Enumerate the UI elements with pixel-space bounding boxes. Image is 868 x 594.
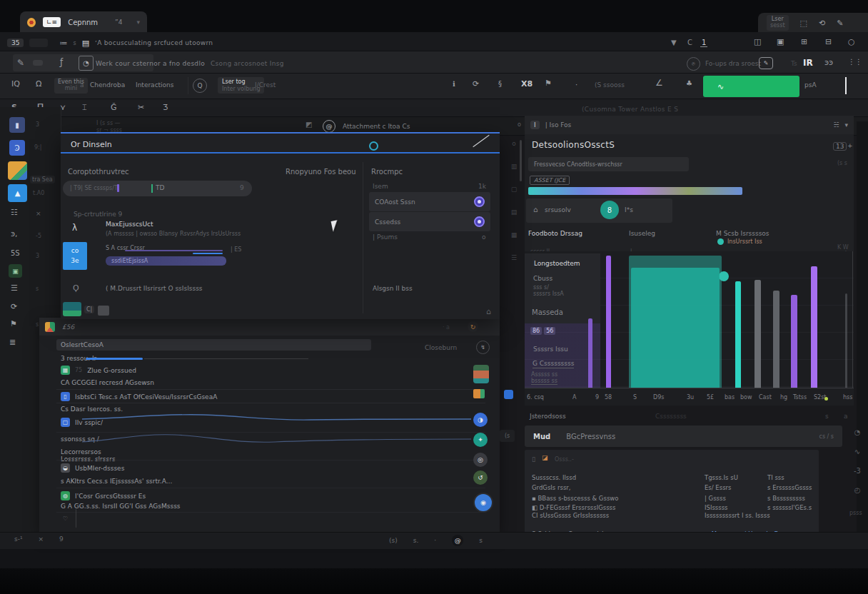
list-item[interactable]: ♡ <box>61 514 450 523</box>
side-strip-icon[interactable]: ▢ <box>508 186 520 193</box>
modal-scrollbar[interactable] <box>520 140 522 181</box>
thumb-c-chip[interactable]: C| <box>84 306 94 313</box>
br-tab-mud[interactable]: Mud <box>533 433 550 441</box>
footer-icon[interactable]: s <box>479 537 483 544</box>
edge-tool-icon[interactable]: ◔ <box>848 428 867 436</box>
menu-item-a[interactable]: Chendroba <box>90 81 125 89</box>
list-item[interactable]: OslesrtCesoA <box>56 339 371 351</box>
row-badge-icon[interactable]: ◑ <box>473 413 488 427</box>
dark-square-icon[interactable]: ◩ <box>306 121 312 129</box>
rp-title-badge[interactable]: 13 <box>833 142 847 151</box>
stat-icon[interactable]: § <box>498 81 502 88</box>
menu-item-b[interactable]: Interactions <box>136 81 174 89</box>
toggle-row[interactable]: Cssedss <box>369 212 490 231</box>
side-strip-icon[interactable]: o <box>508 140 520 147</box>
rp-col-header-3[interactable]: M Scsb Isrssssos <box>716 230 769 237</box>
rp-asset-chip[interactable]: ASSET (JCE <box>530 176 570 185</box>
input-value[interactable]: TD <box>156 184 164 191</box>
edge-tool-icon[interactable]: ◴ <box>848 486 867 494</box>
row-badge-icon[interactable]: ✦ <box>473 433 488 447</box>
three-icon[interactable]: Ʒ <box>163 104 168 111</box>
rp-col-header-2[interactable]: Isuseleg <box>629 230 655 237</box>
br-tab-processes[interactable]: BGcPressvnss <box>566 433 615 441</box>
footer-icon[interactable]: s-¹ <box>14 535 23 543</box>
progress-bar[interactable]: ssdiEtEjsissA <box>106 256 226 266</box>
rp-plus-icon[interactable]: + <box>847 142 853 149</box>
paw-icon[interactable]: ♣ <box>686 80 692 87</box>
toggle-row[interactable]: COAost Sssn <box>369 192 490 211</box>
grid-icon[interactable]: ⬚ <box>800 19 807 27</box>
rotate-icon[interactable]: ⟲ <box>819 19 825 27</box>
side-strip-icon[interactable]: ▥ <box>508 163 520 170</box>
list-item[interactable]: Lecorresrsos <box>61 448 450 455</box>
window-tab[interactable]: ∟≡ Cepnnm ”4 ▾ <box>20 11 147 33</box>
panel-layout-icon-2[interactable]: ▣ <box>777 38 784 46</box>
rail-item-layers[interactable]: ▮ <box>9 117 25 133</box>
br-header-ic1[interactable]: s <box>825 413 829 420</box>
brush-icon[interactable]: ƒ <box>60 58 63 66</box>
copy-icon[interactable]: C <box>687 39 692 46</box>
rail-refresh-icon[interactable]: ⟳ <box>11 303 17 311</box>
shape-circle-icon[interactable]: ○ <box>848 38 855 46</box>
message-icon[interactable]: ✎ <box>759 57 773 69</box>
one-icon[interactable]: 1 <box>700 39 707 47</box>
side-strip-icon[interactable]: ▦ <box>508 231 520 238</box>
ruler-icon[interactable]: ⌶ <box>82 104 87 111</box>
list-item[interactable]: s AKItrs Cecs.s IEjsssssAs' ssrtr.A... <box>61 478 450 485</box>
rp-tab[interactable]: Fressvecso CAnodtlss-wrschssr <box>528 157 689 171</box>
list-item[interactable]: ▦ 75 Zlue G-orssued <box>61 366 450 375</box>
toggle-knob-icon[interactable] <box>474 216 485 227</box>
home-icon[interactable]: ⌂ <box>486 307 491 316</box>
toggle-knob-icon[interactable] <box>474 196 485 207</box>
people-icon[interactable]: ꜿꜿ <box>824 59 833 66</box>
rail-item-hand[interactable]: Ͽ <box>9 140 25 156</box>
thumb-gray[interactable] <box>98 306 109 316</box>
crest-label[interactable]: I/Crest <box>255 81 276 89</box>
thumb-teal[interactable] <box>63 302 81 316</box>
ghost-chip[interactable] <box>29 39 48 47</box>
filter-icon[interactable]: ▼ <box>671 39 677 46</box>
row-badge-icon[interactable] <box>473 389 485 398</box>
more-dots-icon[interactable]: ⋮⋮ <box>848 59 862 66</box>
list-item[interactable]: ▯ IsbtsCi Tesc.s AsT OfCesiVesu/IssrsrCs… <box>61 392 450 401</box>
side-strip-icon[interactable]: ▤ <box>508 208 520 216</box>
ir-button[interactable]: IR <box>803 58 813 68</box>
bar-chart-plot[interactable]: Longstoedtem Cbuss sss s/ ssssrs IssA Ma… <box>525 251 854 388</box>
list-item[interactable]: Losssrsss. slrssrs <box>61 455 450 463</box>
modal-input-pill[interactable]: | T9| SE csssps/T TD 9 <box>63 181 252 196</box>
magnifier-icon[interactable]: Ϙ <box>73 283 79 293</box>
rail-flag-icon[interactable]: ⚑ <box>10 320 17 328</box>
rp-col-header-1[interactable]: Foodboto Drssag <box>528 230 582 237</box>
br-left-chip[interactable]: (s <box>500 430 515 442</box>
slider-track-blue[interactable] <box>193 253 223 254</box>
blue-mini-chip[interactable] <box>504 390 513 399</box>
blue-mode-icon[interactable]: co 3e <box>63 242 87 270</box>
layer-chip[interactable]: Lsersesst <box>767 15 789 31</box>
primary-action-button[interactable]: ∿ <box>703 76 799 97</box>
bell-icon[interactable]: IQ <box>11 80 20 88</box>
row-badge-icon[interactable]: ◎ <box>473 453 488 467</box>
edge-tool-icon[interactable]: -3 <box>848 467 867 475</box>
lasso-icon[interactable]: ✎ <box>17 59 24 67</box>
rail-5s-icon[interactable]: 5S <box>11 250 20 257</box>
slider-track-purple[interactable] <box>125 250 223 251</box>
angle-icon[interactable]: ∠ <box>655 79 663 87</box>
row-badge-icon[interactable]: ↺ <box>473 470 488 485</box>
modal-footer-link[interactable]: Alsgsn II bss <box>373 285 413 292</box>
list-item[interactable]: ◒ UsbMIer-dssses <box>61 463 450 473</box>
info-icon[interactable]: ℹ <box>453 81 455 88</box>
side-strip-icon[interactable]: ☰ <box>508 254 520 261</box>
rp-collapse-icon[interactable]: ▾ <box>844 121 848 129</box>
gradient-bar[interactable] <box>528 187 742 195</box>
tab-chevron-icon[interactable]: ▾ <box>136 19 140 26</box>
row-badge-icon[interactable] <box>473 365 489 383</box>
refresh-icon[interactable]: ⟳ <box>473 80 479 88</box>
rail-list-icon[interactable]: ☰ <box>11 284 18 292</box>
rail-item-selected[interactable]: ▲ <box>8 184 27 202</box>
at-circle-icon[interactable]: @ <box>323 120 335 133</box>
panel-layout-icon-1[interactable]: ◫ <box>754 38 761 46</box>
rail-stack-icon[interactable]: ≣ <box>9 338 16 346</box>
panel-layout-icon-3[interactable]: ⊞ <box>801 38 807 46</box>
person-icon[interactable]: Ω <box>36 80 41 88</box>
footer-icon[interactable]: 9 <box>59 535 64 543</box>
